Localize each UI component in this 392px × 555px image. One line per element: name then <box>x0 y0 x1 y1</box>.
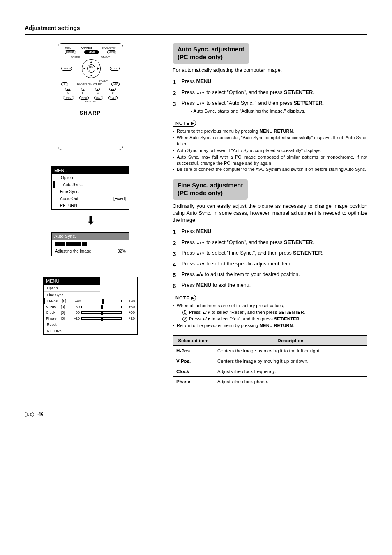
step-sub: Auto Sync. starts and "Adjusting the ima… <box>191 108 367 115</box>
remote-btn: VOL – <box>94 96 103 100</box>
note-item: Auto Sync. may fail with a PC image comp… <box>173 154 367 166</box>
remote-lbl: D <box>112 92 114 94</box>
remote-lbl: MENU <box>65 47 71 49</box>
remote-transport-btn: ◀◀ <box>65 88 71 91</box>
slider-max: +60 <box>123 305 135 309</box>
osd-item: Option <box>47 286 58 290</box>
remote-lbl: C <box>97 92 99 94</box>
slider-bar <box>83 300 122 302</box>
osd-autosync: Auto Sync. Adjusting the image 32% <box>51 232 129 256</box>
down-icon <box>201 90 205 95</box>
remote-return-btn: RETURN <box>65 50 76 54</box>
slider-name: Phase <box>46 316 59 320</box>
note-item: Return to the previous menu by pressing … <box>173 322 367 329</box>
slider-max: +90 <box>123 311 135 315</box>
up-icon <box>196 250 200 256</box>
page-title: Adjustment settings <box>25 25 367 35</box>
down-icon <box>201 261 205 267</box>
osd-percent: 32% <box>118 249 126 253</box>
slider-min: –90 <box>70 311 80 315</box>
note-item: Auto Sync. may fail even if "Auto Sync c… <box>173 147 367 154</box>
slider-min: –20 <box>70 316 80 320</box>
remote-transport-btn: ■ <box>81 88 85 91</box>
step: Press / to select the specific adjustmen… <box>173 260 367 267</box>
remote-btn: INPUT <box>79 96 89 100</box>
autosync-steps: Press MENU. Press / to select "Option", … <box>173 78 367 114</box>
down-icon <box>201 100 205 106</box>
left-icon: ◀ <box>83 67 85 70</box>
remote-diagram: MENU TV/SAT/DVD DTV/DVD TOP RETURN MENU … <box>58 43 123 150</box>
remote-info-btn: INFO <box>111 82 120 86</box>
circled-1-icon: 1 <box>182 310 187 315</box>
note-item: Return to the previous menu by pressing … <box>173 128 367 134</box>
up-icon <box>202 316 205 321</box>
autosync-notes: Return to the previous menu by pressing … <box>173 128 367 173</box>
osd-item: Option <box>61 175 73 180</box>
slider-row: Clock[0]–90+90 <box>44 310 137 315</box>
osd-item: Auto Sync. <box>63 182 83 187</box>
table-row: H-Pos.Centers the image by moving it to … <box>173 345 367 356</box>
down-icon <box>201 240 205 245</box>
osd-item: RETURN <box>44 328 137 334</box>
section-heading-autosync: Auto Sync. adjustment(PC mode only) <box>173 43 249 64</box>
up-icon <box>202 310 205 315</box>
description-table: Selected item Description H-Pos.Centers … <box>173 335 367 387</box>
remote-power-btn: POWER <box>61 67 72 71</box>
table-header: Description <box>214 335 367 345</box>
remote-btn: VOL + <box>108 96 118 100</box>
page-number: -46 <box>37 412 44 417</box>
down-icon <box>207 310 210 315</box>
remote-transport-btn: ▶ <box>95 88 100 91</box>
step: Press / to select "Option", and then pre… <box>173 89 367 96</box>
remote-transport-btn: ▶▶ <box>109 88 116 91</box>
osd-item: Audio Out <box>60 196 78 201</box>
slider-min: –90 <box>71 299 81 303</box>
note-item: Be sure to connect the computer to the A… <box>173 166 367 173</box>
slider-bar <box>81 311 122 314</box>
note-item: When Auto Sync. is successful, "Auto Syn… <box>173 135 367 147</box>
osd-fine-sync: MENU Option Fine Sync. H-Pos.[0]–90+90V-… <box>43 277 138 335</box>
down-icon <box>207 316 210 321</box>
remote-lbl: VCR REC <box>93 83 103 85</box>
slider-row: H-Pos.[0]–90+90 <box>44 298 137 304</box>
remote-dpad: ▲ ▼ ◀ ▶ SET/ ENTER <box>82 59 101 78</box>
left-column: MENU TV/SAT/DVD DTV/DVD TOP RETURN MENU … <box>25 43 156 387</box>
region-badge: US <box>25 412 34 417</box>
note-label: NOTE <box>173 120 196 127</box>
step: Press / to adjust the item to your desir… <box>173 271 367 278</box>
note-item: When all adjustments are set to factory … <box>173 303 367 309</box>
slider-row: Phase[0]–20+20 <box>44 315 137 321</box>
progress-bar <box>52 240 129 247</box>
circled-2-icon: 2 <box>182 317 187 322</box>
step: Press MENU. <box>173 78 367 85</box>
step: Press / to select "Fine Sync.", and then… <box>173 249 367 257</box>
osd-item: Fine Sync. <box>44 291 100 298</box>
up-icon <box>196 240 200 245</box>
down-icon: ▼ <box>90 74 93 77</box>
osd-item: Fine Sync. <box>60 189 79 194</box>
slider-current: [0] <box>61 316 68 320</box>
osd-title: MENU <box>52 167 129 174</box>
slider-row: V-Pos.[0]–60+60 <box>44 304 137 310</box>
slider-min: –60 <box>70 305 80 309</box>
table-row: V-Pos.Centers the image by moving it up … <box>173 356 367 366</box>
intro-text: Ordinarily you can easily adjust the pic… <box>173 203 367 224</box>
note-sub: 1Press / to select "Reset", and then pre… <box>173 309 367 315</box>
up-icon <box>196 90 200 95</box>
remote-pause-btn: II <box>61 82 68 86</box>
option-icon <box>55 176 59 180</box>
page-footer: US -46 <box>25 412 367 417</box>
slider-max: +20 <box>123 316 135 320</box>
note-label: NOTE <box>173 295 196 301</box>
slider-current: [0] <box>61 311 68 315</box>
right-icon <box>201 272 203 277</box>
step: Press / to select "Auto Sync.", and then… <box>173 99 367 115</box>
osd-menu-1: MENU Option Auto Sync. Fine Sync. Audio … <box>51 166 129 210</box>
step: Press MENU. <box>173 228 367 235</box>
right-column: Auto Sync. adjustment(PC mode only) For … <box>173 43 367 387</box>
remote-guide-btn: GUIDE <box>110 67 120 71</box>
down-arrow-icon: ⬇ <box>25 214 156 227</box>
right-icon: ▶ <box>97 67 99 70</box>
osd-title: MENU <box>44 277 100 285</box>
slider-name: H-Pos. <box>47 299 60 303</box>
